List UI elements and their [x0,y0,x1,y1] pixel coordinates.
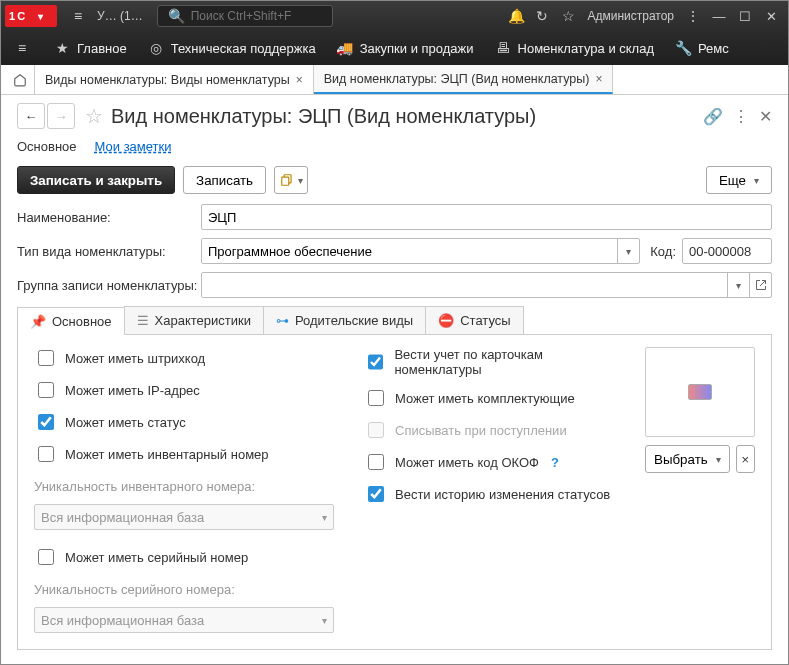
global-search-input[interactable] [189,8,326,24]
link-icon[interactable]: 🔗 [703,107,723,126]
chk-okof[interactable]: Может иметь код ОКОФ? [364,451,625,473]
page-close-icon[interactable]: ✕ [759,107,772,126]
star-icon[interactable]: ☆ [559,7,577,25]
inner-tab-statuses[interactable]: ⛔Статусы [425,306,523,334]
menu-nomenclature[interactable]: 🖶Номенклатура и склад [484,31,664,65]
tab-close[interactable]: × [595,72,602,86]
title-bar-tab[interactable]: У… (1… [97,9,143,23]
type-label: Тип вида номенклатуры: [17,244,201,259]
user-menu-icon[interactable]: ⋮ [684,7,702,25]
svg-rect-1 [281,177,288,185]
window-close[interactable]: ✕ [758,5,784,27]
chk-writeoff: Списывать при поступлении [364,419,625,441]
menu-icon: ≡ [13,39,31,57]
ser-unique-label: Уникальность серийного номера: [34,582,344,597]
inv-unique-select[interactable]: Вся информационная база▾ [34,504,334,530]
window-maximize[interactable]: ☐ [732,5,758,27]
chk-status-history[interactable]: Вести историю изменения статусов [364,483,625,505]
lifebuoy-icon: ◎ [147,39,165,57]
bell-icon[interactable]: 🔔 [507,7,525,25]
favorite-star-icon[interactable]: ☆ [85,104,103,128]
chk-components[interactable]: Может иметь комплектующие [364,387,625,409]
name-input[interactable] [201,204,772,230]
group-combo-open[interactable] [749,273,771,297]
hamburger-icon[interactable]: ≡ [69,7,87,25]
section-notes[interactable]: Мои заметки [95,139,172,156]
chk-inventory[interactable]: Может иметь инвентарный номер [34,443,344,465]
tab-type-item[interactable]: Вид номенклатуры: ЭЦП (Вид номенклатуры)… [314,65,614,94]
window-minimize[interactable]: — [706,5,732,27]
kebab-icon[interactable]: ⋮ [733,107,749,126]
type-combo[interactable]: ▾ [201,238,640,264]
type-combo-input[interactable] [202,239,617,263]
menu-home[interactable]: ★Главное [43,31,137,65]
chk-cards[interactable]: Вести учет по карточкам номенклатуры [364,347,625,377]
tree-icon: ⊶ [276,313,289,328]
code-label: Код: [650,244,676,259]
history-icon[interactable]: ↻ [533,7,551,25]
current-user[interactable]: Администратор [587,9,674,23]
page-title: Вид номенклатуры: ЭЦП (Вид номенклатуры) [111,105,536,128]
search-icon: 🔍 [168,7,185,25]
chk-serial[interactable]: Может иметь серийный номер [34,546,344,568]
tab-home[interactable] [5,65,35,94]
group-combo-dropdown[interactable]: ▾ [727,273,749,297]
pin-icon: 📌 [30,314,46,329]
tab-types-list[interactable]: Виды номенклатуры: Виды номенклатуры× [35,65,314,94]
image-thumb[interactable] [645,347,755,437]
chk-status[interactable]: Может иметь статус [34,411,344,433]
menu-support[interactable]: ◎Техническая поддержка [137,31,326,65]
save-button[interactable]: Записать [183,166,266,194]
computer-icon [688,384,712,400]
menu-repair[interactable]: 🔧Ремс [664,31,739,65]
help-icon[interactable]: ? [551,455,559,470]
logo-chevron-icon: ▾ [31,7,49,25]
list-icon: ☰ [137,313,149,328]
nav-back[interactable]: ← [17,103,45,129]
stop-icon: ⛔ [438,313,454,328]
inner-tab-characteristics[interactable]: ☰Характеристики [124,306,264,334]
inv-unique-label: Уникальность инвентарного номера: [34,479,344,494]
home-icon [13,73,27,87]
more-button[interactable]: Еще [706,166,772,194]
clear-image-button[interactable]: × [736,445,755,473]
group-combo[interactable]: ▾ [201,272,772,298]
truck-icon: 🚚 [336,39,354,57]
menu-sales[interactable]: 🚚Закупки и продажи [326,31,484,65]
copy-icon [280,173,294,187]
tab-close[interactable]: × [296,73,303,87]
inner-tab-parents[interactable]: ⊶Родительские виды [263,306,426,334]
chk-ip[interactable]: Может иметь IP-адрес [34,379,344,401]
star-menu-icon: ★ [53,39,71,57]
wrench-icon: 🔧 [674,39,692,57]
type-combo-dropdown[interactable]: ▾ [617,239,639,263]
section-main[interactable]: Основное [17,139,77,156]
menu-toggle[interactable]: ≡ [7,31,43,65]
app-logo-1c: 1С▾ [5,5,57,27]
save-and-close-button[interactable]: Записать и закрыть [17,166,175,194]
code-box: 00-000008 [682,238,772,264]
nav-forward[interactable]: → [47,103,75,129]
printer-icon: 🖶 [494,39,512,57]
chk-barcode[interactable]: Может иметь штрихкод [34,347,344,369]
ser-unique-select[interactable]: Вся информационная база▾ [34,607,334,633]
copy-dropdown[interactable] [274,166,308,194]
name-label: Наименование: [17,210,201,225]
group-combo-input[interactable] [202,273,727,297]
global-search[interactable]: 🔍 [157,5,333,27]
select-image-button[interactable]: Выбрать [645,445,730,473]
inner-tab-main[interactable]: 📌Основное [17,307,125,335]
group-label: Группа записи номенклатуры: [17,278,201,293]
